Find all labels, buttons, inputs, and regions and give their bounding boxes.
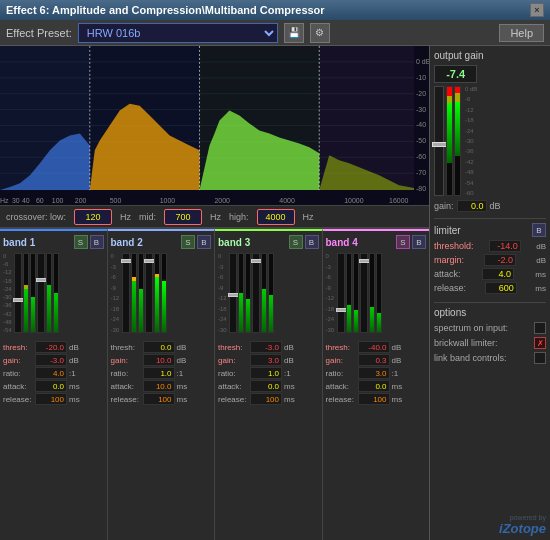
limiter-release-unit: ms	[535, 284, 546, 293]
options-section: options spectrum on input: brickwall lim…	[434, 302, 546, 367]
band-2-thresh: 0.0	[143, 341, 175, 353]
band-1-gain: -3.0	[35, 354, 67, 366]
svg-text:-20: -20	[416, 90, 426, 97]
band-3: band 3 S B 0-3-6-9-12-18-24-30	[215, 229, 323, 540]
crossover-high-label: high:	[229, 212, 249, 222]
svg-text:4000: 4000	[279, 197, 295, 204]
brickwall-limiter-label: brickwall limiter:	[434, 338, 498, 348]
band-2-attack: 10.0	[143, 380, 175, 392]
output-fader-track[interactable]	[434, 86, 444, 196]
svg-text:40: 40	[22, 197, 30, 204]
output-gain-section: output gain -7.4	[434, 50, 546, 212]
svg-text:-60: -60	[416, 153, 426, 160]
izotope-logo: powered by iZotope	[434, 514, 546, 536]
help-button[interactable]: Help	[499, 24, 544, 42]
band-1-title: band 1	[3, 237, 35, 248]
band-2-bypass-button[interactable]: B	[197, 235, 211, 249]
title-text: Effect 6: Amplitude and Compression\Mult…	[6, 4, 325, 16]
band-2-gain: 10.0	[143, 354, 175, 366]
crossover-low-label: crossover: low:	[6, 212, 66, 222]
limiter-thresh-value: -14.0	[489, 240, 521, 252]
svg-text:-80: -80	[416, 185, 426, 192]
band-2: band 2 S B 0-3-6-9-12-18-24-30	[108, 229, 216, 540]
band-4-gain: 0.3	[358, 354, 390, 366]
band-1-thresh: -20.0	[35, 341, 67, 353]
svg-text:200: 200	[75, 197, 87, 204]
band-2-title: band 2	[111, 237, 143, 248]
band-1-ratio: 4.0	[35, 367, 67, 379]
spectrum-display: 0 dB -10 -20 -30 -40 -50 -60 -70 -80 Hz …	[0, 46, 429, 206]
link-band-controls-label: link band controls:	[434, 353, 507, 363]
band-1-bypass-button[interactable]: B	[90, 235, 104, 249]
gain-value: 0.0	[457, 200, 487, 212]
band-3-thresh: -3.0	[250, 341, 282, 353]
band-1-release: 100	[35, 393, 67, 405]
band-4-bypass-button[interactable]: B	[412, 235, 426, 249]
band-4: band 4 S B 0-3-6-9-12-18-24-30	[323, 229, 430, 540]
limiter-thresh-unit: dB	[536, 242, 546, 251]
svg-text:-10: -10	[416, 74, 426, 81]
crossover-mid-label: mid:	[139, 212, 156, 222]
limiter-margin-value: -2.0	[484, 254, 516, 266]
close-button[interactable]: ×	[530, 3, 544, 17]
band-1-attack: 0.0	[35, 380, 67, 392]
svg-text:1000: 1000	[160, 197, 176, 204]
band-4-solo-button[interactable]: S	[396, 235, 410, 249]
title-bar: Effect 6: Amplitude and Compression\Mult…	[0, 0, 550, 20]
limiter-bypass-button[interactable]: B	[532, 223, 546, 237]
output-db-scale: 0 dB -6 -12 -18 -24 -30 -36 -42 -48 -54 …	[465, 86, 477, 196]
limiter-thresh-label: threshold:	[434, 241, 474, 251]
powered-by-text: powered by	[434, 514, 546, 521]
crossover-high-input[interactable]	[257, 209, 295, 225]
output-gain-title: output gain	[434, 50, 546, 61]
band-3-solo-button[interactable]: S	[289, 235, 303, 249]
brickwall-limiter-checkbox[interactable]	[534, 337, 546, 349]
band-4-thresh: -40.0	[358, 341, 390, 353]
gain-unit: dB	[490, 201, 501, 211]
crossover-mid-input[interactable]	[164, 209, 202, 225]
output-db-badge: -7.4	[434, 65, 477, 83]
band-4-title: band 4	[326, 237, 358, 248]
preset-config-button[interactable]: ⚙	[310, 23, 330, 43]
band-3-bypass-button[interactable]: B	[305, 235, 319, 249]
options-title: options	[434, 307, 546, 318]
crossover-high-unit: Hz	[303, 212, 314, 222]
band-3-title: band 3	[218, 237, 250, 248]
limiter-section: limiter B threshold: -14.0 dB margin: -2…	[434, 218, 546, 296]
svg-text:-30: -30	[416, 106, 426, 113]
limiter-title: limiter	[434, 225, 461, 236]
band-2-ratio: 1.0	[143, 367, 175, 379]
band-3-ratio: 1.0	[250, 367, 282, 379]
band-4-release: 100	[358, 393, 390, 405]
crossover-low-input[interactable]	[74, 209, 112, 225]
band-4-ratio: 3.0	[358, 367, 390, 379]
svg-text:Hz: Hz	[0, 197, 9, 204]
band-1: band 1 S B 0-6-12-18-24-30-36-42-48-54	[0, 229, 108, 540]
band-1-solo-button[interactable]: S	[74, 235, 88, 249]
limiter-attack-value: 4.0	[482, 268, 514, 280]
band-3-release: 100	[250, 393, 282, 405]
limiter-attack-label: attack:	[434, 269, 461, 279]
svg-text:500: 500	[110, 197, 122, 204]
band-4-attack: 0.0	[358, 380, 390, 392]
crossover-bar: crossover: low: Hz mid: Hz high: Hz	[0, 206, 429, 228]
preset-bar: Effect Preset: HRW 016b 💾 ⚙ Help	[0, 20, 550, 46]
limiter-attack-unit: ms	[535, 270, 546, 279]
svg-text:16000: 16000	[389, 197, 409, 204]
svg-text:-50: -50	[416, 137, 426, 144]
spectrum-on-input-label: spectrum on input:	[434, 323, 508, 333]
preset-select[interactable]: HRW 016b	[78, 23, 278, 43]
svg-text:10000: 10000	[344, 197, 364, 204]
limiter-release-label: release:	[434, 283, 466, 293]
crossover-mid-unit: Hz	[210, 212, 221, 222]
preset-save-button[interactable]: 💾	[284, 23, 304, 43]
link-band-controls-checkbox[interactable]	[534, 352, 546, 364]
limiter-margin-label: margin:	[434, 255, 464, 265]
band-3-attack: 0.0	[250, 380, 282, 392]
band-3-gain: 3.0	[250, 354, 282, 366]
svg-text:30: 30	[12, 197, 20, 204]
band-2-solo-button[interactable]: S	[181, 235, 195, 249]
spectrum-on-input-checkbox[interactable]	[534, 322, 546, 334]
svg-text:-70: -70	[416, 169, 426, 176]
limiter-release-value: 600	[485, 282, 517, 294]
